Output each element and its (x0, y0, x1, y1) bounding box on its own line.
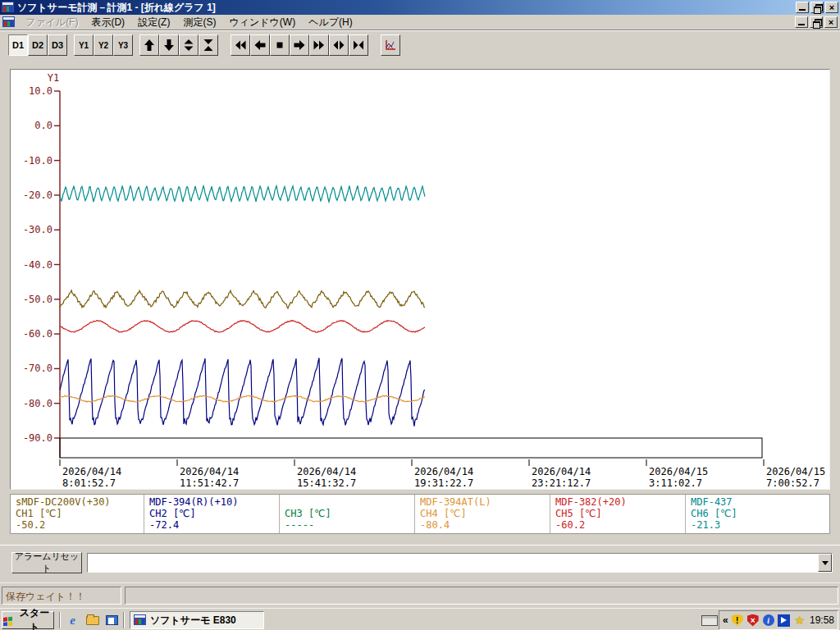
channel-value: ----- (285, 519, 409, 531)
alarm-row: アラームリセット (0, 545, 840, 581)
line-graph-panel: Y110.00.0-10.0-20.0-30.0-40.0-50.0-60.0-… (10, 69, 830, 490)
svg-text:-80.0: -80.0 (23, 398, 52, 409)
channel-value: -50.2 (16, 519, 139, 531)
toolbar-compress-x-button[interactable] (349, 34, 368, 56)
toolbar-rewind-button[interactable] (231, 34, 250, 56)
channel-legend: sMDF-DC200V(+30)CH1 [℃]-50.2MDF-394(R)(+… (10, 494, 830, 534)
task-button-label: ソフトサーモ E830 (150, 614, 236, 628)
svg-text:2026/04/14: 2026/04/14 (180, 466, 239, 477)
screen: { "window": { "title": "ソフトサーモ計測－計測1 - [… (0, 0, 840, 630)
combo-dropdown-button[interactable] (818, 554, 832, 572)
menu-item-ウィンドウ[interactable]: ウィンドウ(W) (222, 15, 302, 30)
svg-text:11:51:42.7: 11:51:42.7 (180, 477, 239, 489)
windows-logo-icon (2, 615, 13, 626)
channel-id: CH2 [℃] (149, 508, 274, 519)
toolbar-button-d1[interactable]: D1 (8, 34, 28, 56)
chevron-down-icon (822, 561, 829, 568)
toolbar-gap (133, 34, 139, 56)
toolbar-expand-x-button[interactable] (329, 34, 349, 56)
legend-cell-ch3: CH3 [℃]----- (280, 495, 415, 533)
keyboard-icon[interactable] (701, 615, 718, 626)
toolbar-scroll-up-button[interactable] (139, 34, 159, 56)
menu-item-ヘルプ[interactable]: ヘルプ(H) (302, 15, 359, 30)
svg-text:2026/04/15: 2026/04/15 (649, 466, 708, 477)
info-icon[interactable]: i (762, 614, 775, 627)
folder-glyph (86, 616, 99, 625)
menu-item-表示[interactable]: 表示(D) (84, 15, 131, 30)
toolbar-step-right-button[interactable] (290, 34, 309, 56)
svg-text:-20.0: -20.0 (23, 189, 52, 201)
toolbar-stop-button[interactable] (270, 34, 290, 56)
svg-text:-70.0: -70.0 (23, 363, 52, 374)
triangles-in-vertical-icon (202, 39, 215, 52)
double-right-icon (313, 39, 326, 52)
start-button[interactable]: スタート (2, 611, 54, 629)
channel-value: -60.2 (555, 519, 680, 531)
restore-icon (813, 19, 820, 26)
ie-e-glyph: e (70, 614, 75, 628)
legend-cell-ch1: sMDF-DC200V(+30)CH1 [℃]-50.2 (11, 495, 144, 533)
channel-name: MDF-437 (691, 496, 819, 508)
shield-warning-icon[interactable]: ! (731, 614, 744, 627)
toolbar-button-d2[interactable]: D2 (28, 34, 48, 56)
folder-icon[interactable] (85, 614, 99, 627)
window-title: ソフトサーモ計測－計測1 - [折れ線グラフ 1] (17, 1, 216, 15)
channel-id: CH3 [℃] (285, 508, 409, 519)
svg-text:10.0: 10.0 (29, 85, 52, 97)
mdi-close-button[interactable]: × (824, 16, 838, 28)
toolbar-button-y3[interactable]: Y3 (113, 34, 133, 56)
channel-id: CH4 [℃] (420, 508, 545, 519)
mdi-minimize-button[interactable] (795, 16, 808, 28)
internet-explorer-icon[interactable]: e (66, 614, 80, 627)
svg-text:7:00:52.7: 7:00:52.7 (766, 477, 819, 489)
alarm-reset-button[interactable]: アラームリセット (11, 552, 82, 573)
app-icon (2, 2, 15, 13)
channel-name: sMDF-DC200V(+30) (16, 496, 139, 508)
mdi-child-icon[interactable] (2, 16, 16, 28)
menu-item-設定[interactable]: 設定(Z) (131, 15, 176, 30)
show-desktop-icon[interactable] (105, 614, 119, 627)
toolbar-scroll-down-button[interactable] (159, 34, 179, 56)
chevron-icon[interactable]: « (723, 614, 728, 626)
series-ch1 (60, 290, 425, 308)
toolbar-expand-y-button[interactable] (179, 34, 199, 56)
play-icon[interactable] (778, 614, 791, 627)
toolbar-button-y1[interactable]: Y1 (74, 34, 94, 56)
series-ch2 (60, 358, 425, 426)
close-button[interactable]: × (825, 2, 838, 13)
channel-name: MDF-394AT(L) (420, 496, 545, 508)
shield-error-icon[interactable]: × (746, 614, 760, 627)
menu-bar: ファイル(F)表示(D)設定(Z)測定(S)ウィンドウ(W)ヘルプ(H) × (0, 15, 840, 30)
toolbar-gap (67, 34, 74, 56)
toolbar: D1D2D3Y1Y2Y3 (0, 31, 840, 59)
mini-chart-icon (384, 39, 397, 52)
toolbar-graph-setup-button[interactable] (381, 34, 400, 56)
star-icon[interactable]: ★ (793, 614, 806, 627)
view-range-box[interactable] (60, 438, 762, 458)
task-button-softthermo[interactable]: ソフトサーモ E830 (130, 611, 264, 629)
toolbar-step-left-button[interactable] (250, 34, 270, 56)
toolbar-fast-forward-button[interactable] (309, 34, 329, 56)
svg-text:2026/04/15: 2026/04/15 (766, 466, 825, 477)
restore-button[interactable] (810, 2, 824, 13)
minimize-button[interactable] (796, 2, 809, 13)
close-icon: × (829, 3, 834, 12)
mdi-restore-button[interactable] (810, 16, 823, 28)
toolbar-button-y2[interactable]: Y2 (94, 34, 113, 56)
alarm-message-combobox[interactable] (87, 553, 833, 573)
svg-text:23:21:12.7: 23:21:12.7 (532, 477, 591, 489)
svg-text:15:41:32.7: 15:41:32.7 (297, 477, 356, 489)
triangles-out-horizontal-icon (332, 39, 345, 52)
toolbar-compress-y-button[interactable] (199, 34, 218, 56)
arrow-up-icon (143, 39, 156, 52)
status-bar: 保存ウェイト！！ (0, 582, 840, 608)
channel-id: CH6 [℃] (691, 508, 819, 519)
svg-text:19:31:22.7: 19:31:22.7 (414, 477, 473, 489)
menu-items: ファイル(F)表示(D)設定(Z)測定(S)ウィンドウ(W)ヘルプ(H) (19, 15, 359, 30)
svg-text:-50.0: -50.0 (23, 294, 52, 305)
channel-value: -80.4 (420, 519, 545, 531)
svg-text:3:11:02.7: 3:11:02.7 (649, 477, 702, 489)
svg-text:-30.0: -30.0 (23, 224, 52, 235)
toolbar-button-d3[interactable]: D3 (48, 34, 67, 56)
menu-item-測定[interactable]: 測定(S) (176, 15, 222, 30)
